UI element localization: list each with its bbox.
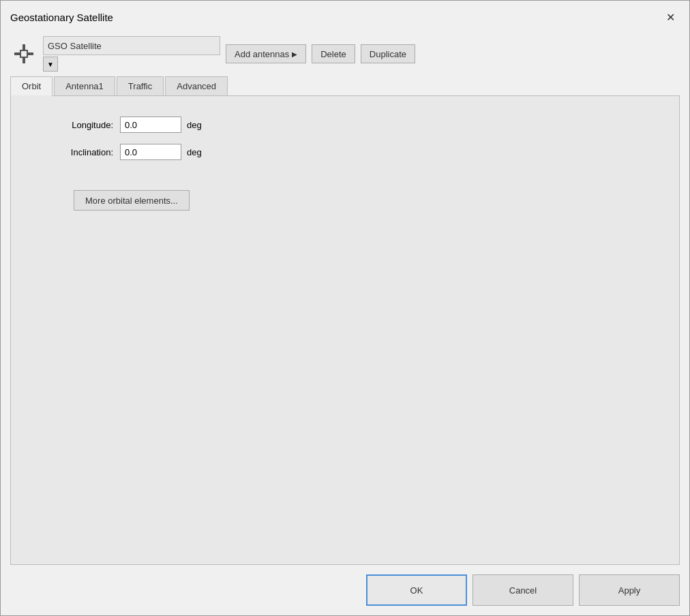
tabs-container: Orbit Antenna1 Traffic Advanced (1, 76, 689, 95)
dropdown-arrow[interactable]: ▼ (43, 57, 58, 72)
add-antennas-button[interactable]: Add antennas ▶ (226, 44, 306, 63)
inclination-unit: deg (187, 147, 202, 157)
tab-orbit[interactable]: Orbit (10, 76, 52, 96)
title-bar: Geostationary Satellite ✕ (1, 1, 689, 32)
dropdown-row: ▼ (43, 57, 220, 72)
bottom-bar: OK Cancel Apply (1, 565, 689, 615)
longitude-input[interactable] (120, 117, 181, 133)
dialog-title: Geostationary Satellite (10, 12, 113, 23)
toolbar: ▼ Add antennas ▶ Delete Duplicate (1, 32, 689, 76)
inclination-input[interactable] (120, 144, 181, 160)
main-content: Longitude: deg Inclination: deg More orb… (10, 95, 680, 565)
longitude-label: Longitude: (38, 120, 113, 130)
satellite-name-section: ▼ (43, 36, 220, 72)
close-button[interactable]: ✕ (661, 7, 680, 27)
more-orbital-elements-button[interactable]: More orbital elements... (74, 190, 190, 211)
longitude-row: Longitude: deg (38, 117, 652, 133)
duplicate-button[interactable]: Duplicate (361, 44, 415, 63)
tab-antenna1[interactable]: Antenna1 (54, 76, 115, 96)
apply-button[interactable]: Apply (579, 574, 680, 606)
tab-advanced[interactable]: Advanced (165, 76, 228, 96)
svg-rect-3 (21, 51, 27, 57)
satellite-icon (10, 40, 38, 67)
dialog: Geostationary Satellite ✕ ▼ Add antennas… (0, 0, 690, 616)
inclination-label: Inclination: (38, 147, 113, 157)
satellite-name-input[interactable] (43, 36, 220, 55)
tab-traffic[interactable]: Traffic (117, 76, 164, 96)
cancel-button[interactable]: Cancel (472, 574, 573, 606)
add-antennas-arrow-icon: ▶ (292, 50, 297, 58)
delete-button[interactable]: Delete (312, 44, 355, 63)
ok-button[interactable]: OK (366, 574, 467, 606)
longitude-unit: deg (187, 120, 202, 130)
inclination-row: Inclination: deg (38, 144, 652, 160)
